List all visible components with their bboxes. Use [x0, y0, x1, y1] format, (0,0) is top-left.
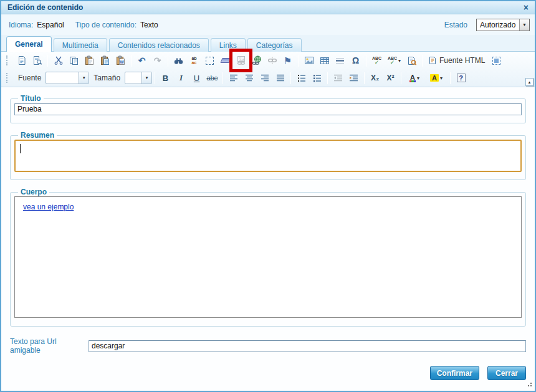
color-swatch	[409, 80, 416, 82]
titulo-legend: Título	[18, 94, 44, 103]
estado-label: Estado	[444, 21, 467, 29]
maximize-icon	[492, 57, 500, 65]
dropdown-arrow-icon[interactable]: ▼	[519, 19, 529, 31]
tab-categorias[interactable]: Categorías	[247, 38, 302, 52]
align-left-button[interactable]	[226, 70, 241, 85]
special-character-button[interactable]: Ω	[348, 53, 363, 68]
cuerpo-legend: Cuerpo	[18, 188, 49, 196]
page-search-button[interactable]	[404, 53, 419, 68]
bulleted-list-button[interactable]	[309, 70, 325, 85]
close-icon[interactable]: ×	[524, 3, 529, 12]
titulo-input[interactable]	[14, 103, 522, 115]
align-left-icon	[229, 74, 238, 82]
subscript-icon: X₂	[371, 74, 379, 82]
text-caret	[20, 144, 21, 153]
superscript-button[interactable]: X²	[383, 70, 398, 85]
paste-from-word-icon: W	[116, 55, 125, 65]
html-source-button[interactable]: Fuente HTML	[425, 53, 489, 68]
spell-check-options-button[interactable]: ABC✓ ▾	[385, 53, 404, 68]
link-button[interactable]	[249, 53, 264, 68]
horizontal-rule-icon	[335, 57, 345, 64]
font-combo-arrow-icon[interactable]: ▾	[79, 72, 89, 84]
toolbar-separator	[422, 55, 423, 67]
cut-button[interactable]	[50, 53, 66, 68]
content-link-icon	[236, 55, 246, 65]
paste-from-word-button[interactable]: W	[113, 53, 128, 68]
underline-button[interactable]: U	[189, 70, 204, 85]
highlight-color-button[interactable]: A ▾	[425, 70, 447, 85]
menu-caret-icon: ▾	[398, 58, 401, 64]
find-button[interactable]	[171, 53, 186, 68]
tab-general[interactable]: General	[6, 36, 52, 52]
align-center-button[interactable]	[241, 70, 257, 85]
redo-button[interactable]: ↷	[150, 53, 165, 68]
close-button[interactable]: Cerrar	[487, 366, 526, 380]
spell-check-button[interactable]: ABC✓	[369, 53, 385, 68]
align-right-icon	[261, 74, 269, 82]
estado-group: Estado Autorizado ▼	[444, 19, 530, 31]
anchor-button[interactable]: ⚑	[280, 53, 295, 68]
toolbar-separator	[450, 72, 451, 84]
maximize-button[interactable]	[489, 53, 504, 68]
paste-plain-text-button[interactable]	[97, 53, 113, 68]
body-link[interactable]: vea un ejemplo	[23, 203, 74, 211]
undo-button[interactable]: ↶	[134, 53, 150, 68]
replace-top-text: ab	[191, 56, 196, 60]
url-input[interactable]	[89, 340, 526, 352]
resumen-textarea[interactable]	[14, 140, 522, 172]
font-combo[interactable]: ▾	[45, 72, 89, 84]
tab-links[interactable]: Links	[211, 38, 246, 52]
confirm-button[interactable]: Confirmar	[430, 366, 479, 380]
form-content: Título Resumen Cuerpo vea un ejemplo Tex…	[1, 88, 535, 391]
toolbar-drag-handle[interactable]	[6, 55, 9, 65]
insert-image-button[interactable]	[301, 53, 317, 68]
resumen-fieldset: Resumen	[10, 131, 526, 180]
edit-content-dialog: Edición de contenido × Idioma: Español T…	[0, 0, 536, 392]
paste-button[interactable]	[82, 53, 97, 68]
help-button[interactable]: ?	[453, 70, 469, 85]
font-label: Fuente	[18, 74, 41, 82]
preview-button[interactable]	[29, 53, 45, 68]
highlight-color-icon: A	[430, 74, 439, 82]
size-label: Tamaño	[93, 74, 120, 82]
templates-icon	[17, 55, 26, 65]
italic-button[interactable]: I	[173, 70, 189, 85]
toolbar-separator	[290, 72, 291, 84]
paste-plain-text-icon	[100, 55, 110, 65]
text-color-button[interactable]: A ▾	[404, 70, 425, 85]
tab-multimedia[interactable]: Multimedia	[54, 38, 107, 52]
select-all-button[interactable]	[202, 53, 218, 68]
toolbar-separator	[47, 55, 48, 67]
decrease-indent-icon	[333, 74, 343, 82]
toolbar-scroll-up-button[interactable]: ▲	[525, 78, 534, 86]
bold-button[interactable]: B	[158, 70, 173, 85]
size-combo[interactable]: ▾	[125, 72, 152, 84]
size-combo-arrow-icon[interactable]: ▾	[141, 72, 151, 84]
subscript-button[interactable]: X₂	[367, 70, 383, 85]
increase-indent-button[interactable]	[346, 70, 361, 85]
numbered-list-button[interactable]	[294, 70, 309, 85]
estado-dropdown[interactable]: Autorizado ▼	[476, 19, 530, 31]
menu-caret-icon: ▾	[417, 75, 419, 81]
remove-format-button[interactable]	[218, 53, 233, 68]
toolbar-separator	[298, 55, 299, 67]
decrease-indent-button[interactable]	[330, 70, 346, 85]
unlink-button[interactable]	[264, 53, 280, 68]
content-link-button[interactable]	[233, 53, 249, 68]
dialog-buttons: Confirmar Cerrar	[430, 366, 526, 380]
toolbar-drag-handle[interactable]	[6, 73, 9, 83]
cuerpo-editor[interactable]: vea un ejemplo	[14, 196, 522, 318]
resize-grip[interactable]	[526, 381, 532, 386]
replace-button[interactable]: abac	[186, 53, 202, 68]
strikethrough-button[interactable]: abe	[204, 70, 220, 85]
cuerpo-fieldset: Cuerpo vea un ejemplo	[10, 188, 526, 327]
copy-button[interactable]	[66, 53, 82, 68]
horizontal-rule-button[interactable]	[332, 53, 348, 68]
insert-table-button[interactable]	[317, 53, 332, 68]
tab-contenidos-relacionados[interactable]: Contenidos relacionados	[109, 38, 209, 52]
templates-button[interactable]	[14, 53, 29, 68]
strikethrough-icon: abe	[206, 74, 218, 82]
justify-icon	[276, 74, 285, 82]
align-right-button[interactable]	[257, 70, 272, 85]
justify-button[interactable]	[272, 70, 288, 85]
